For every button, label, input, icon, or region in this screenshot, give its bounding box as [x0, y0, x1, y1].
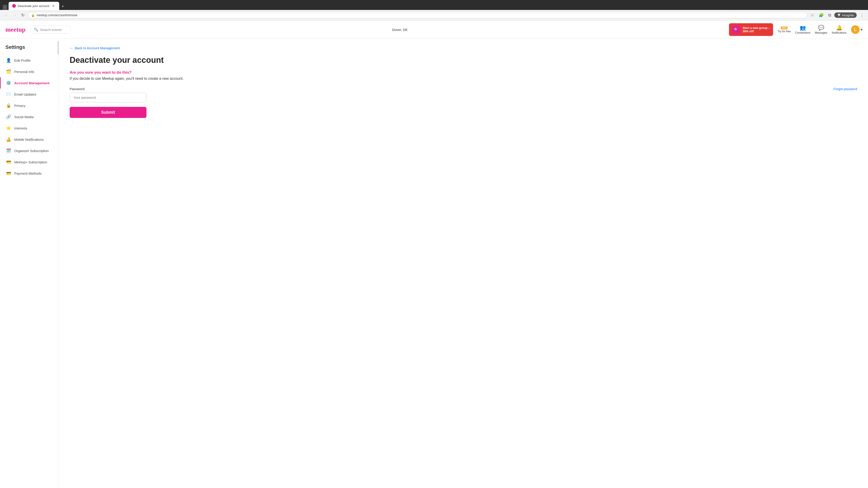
messages-label: Messages [815, 31, 827, 34]
app-header: meetup 🔍 Search events Dover, DE 🔍 Start… [0, 21, 868, 39]
forgot-password-link[interactable]: Forgot password [834, 87, 857, 91]
sidebar-item-label: Mobile Notifications [14, 138, 43, 141]
sidebar-item-label: Account Management [14, 81, 50, 85]
reload-button[interactable]: ↻ [20, 12, 26, 19]
incognito-label: Incognito [842, 13, 854, 17]
meetup-logo[interactable]: meetup [5, 26, 26, 33]
password-label: Password [70, 87, 85, 91]
browser-chrome: › Deactivate your account ✕ + [0, 0, 868, 10]
bookmark-star-button[interactable]: ☆ [809, 12, 815, 19]
password-input[interactable] [70, 93, 147, 102]
warning-text: Are you sure you want to do this? [70, 70, 857, 75]
sidebar-scrollbar-thumb [58, 41, 59, 55]
sidebar-item-meetup-plus[interactable]: 💳 Meetup+ Subscription [0, 156, 59, 168]
interests-icon: ⭐ [6, 126, 11, 131]
main-content: ← Back to Account Management Deactivate … [59, 39, 868, 488]
back-link[interactable]: ← Back to Account Management [70, 46, 857, 50]
connections-icon: 👥 [800, 25, 806, 31]
url-input[interactable] [37, 13, 804, 17]
lock-icon: 🔒 [31, 13, 35, 17]
pro-sub-label: Try for free [778, 30, 791, 33]
promo-search-button[interactable]: 🔍 [732, 26, 740, 34]
sidebar: Settings 👤 Edit Profile 🗂️ Personal Info… [0, 39, 59, 488]
forward-button[interactable]: → [11, 12, 18, 19]
user-menu[interactable]: L ▾ [851, 25, 863, 34]
meetup-plus-icon: 💳 [6, 160, 11, 164]
sidebar-item-label: Social Media [14, 115, 34, 119]
password-section: Password Forgot password [70, 87, 857, 102]
account-management-icon: ⚙️ [6, 80, 11, 86]
browser-toolbar: ← → ↻ 🔒 ☆ 🧩 ⧉ Incognito ⋮ [0, 10, 868, 21]
incognito-badge[interactable]: Incognito [834, 12, 857, 18]
personal-info-icon: 🗂️ [6, 69, 11, 74]
sidebar-item-interests[interactable]: ⭐ Interests [0, 123, 59, 134]
promo-line2: 30% off! [743, 30, 770, 33]
main-layout: Settings 👤 Edit Profile 🗂️ Personal Info… [0, 39, 868, 488]
sidebar-item-label: Privacy [14, 104, 25, 107]
tab-favicon [12, 4, 16, 8]
extension-button[interactable]: 🧩 [817, 12, 825, 19]
sidebar-item-label: Email Updates [14, 92, 36, 96]
active-tab[interactable]: Deactivate your account ✕ [8, 2, 59, 10]
sidebar-item-label: Edit Profile [14, 59, 31, 62]
messages-nav-item[interactable]: 💬 Messages [815, 25, 827, 34]
address-bar[interactable]: 🔒 [28, 12, 807, 18]
password-label-row: Password Forgot password [70, 87, 857, 91]
back-arrow-icon: ← [70, 46, 73, 50]
search-bar[interactable]: 🔍 Search events [30, 26, 71, 34]
page-title: Deactivate your account [70, 55, 857, 65]
menu-button[interactable]: ⋮ [859, 12, 865, 19]
sidebar-item-organizer-subscription[interactable]: 🗓️ Organizer Subscription [0, 145, 59, 156]
privacy-icon: 🔒 [6, 103, 11, 108]
search-icon: 🔍 [34, 28, 38, 32]
sidebar-item-edit-profile[interactable]: 👤 Edit Profile [0, 55, 59, 66]
promo-line1: Start a new group – [743, 26, 770, 30]
sidebar-item-account-management[interactable]: ⚙️ Account Management [0, 77, 59, 89]
sidebar-item-label: Organizer Subscription [14, 149, 49, 153]
pro-nav-item[interactable]: PRO Try for free [778, 26, 791, 33]
sidebar-item-personal-info[interactable]: 🗂️ Personal Info [0, 66, 59, 77]
new-tab-button[interactable]: + [60, 3, 66, 10]
sidebar-item-social-media[interactable]: 🔗 Social Media [0, 111, 59, 123]
sidebar-title: Settings [0, 44, 59, 55]
sidebar-item-label: Personal Info [14, 70, 34, 74]
sidebar-item-mobile-notifications[interactable]: 🔔 Mobile Notifications [0, 134, 59, 145]
info-text: If you decide to use Meetup again, you'l… [70, 76, 857, 80]
edit-profile-icon: 👤 [6, 58, 11, 63]
organizer-subscription-icon: 🗓️ [6, 148, 11, 153]
notifications-label: Notifications [832, 31, 846, 34]
search-placeholder: Search events [40, 28, 62, 32]
payment-methods-icon: 💳 [6, 171, 11, 176]
sidebar-item-privacy[interactable]: 🔒 Privacy [0, 100, 59, 111]
avatar[interactable]: L [851, 25, 860, 34]
sidebar-item-email-updates[interactable]: ✉️ Email Updates [0, 89, 59, 100]
back-link-text: Back to Account Management [75, 46, 120, 50]
sidebar-item-label: Interests [14, 126, 27, 130]
sidebar-item-payment-methods[interactable]: 💳 Payment Methods [0, 168, 59, 179]
tab-close-button[interactable]: ✕ [51, 4, 56, 8]
notifications-nav-item[interactable]: 🔔 Notifications [832, 25, 846, 34]
back-button[interactable]: ← [3, 12, 9, 19]
location-display: Dover, DE [75, 28, 725, 32]
social-media-icon: 🔗 [6, 114, 11, 119]
tab-nav-left[interactable]: › [3, 5, 7, 10]
messages-icon: 💬 [818, 25, 824, 31]
mobile-notifications-icon: 🔔 [6, 137, 11, 142]
notifications-icon: 🔔 [836, 25, 842, 31]
sidebar-item-label: Meetup+ Subscription [14, 160, 47, 164]
user-dropdown-button[interactable]: ▾ [861, 27, 863, 32]
pro-badge: PRO [781, 26, 787, 29]
promo-banner[interactable]: 🔍 Start a new group – 30% off! [729, 23, 773, 36]
tab-title: Deactivate your account [18, 4, 49, 8]
connections-nav-item[interactable]: 👥 Connections [795, 25, 810, 34]
email-updates-icon: ✉️ [6, 92, 11, 97]
connections-label: Connections [795, 31, 810, 34]
sidebar-item-label: Payment Methods [14, 171, 41, 175]
profile-switch-button[interactable]: ⧉ [827, 12, 833, 19]
submit-button[interactable]: Submit [70, 107, 147, 118]
